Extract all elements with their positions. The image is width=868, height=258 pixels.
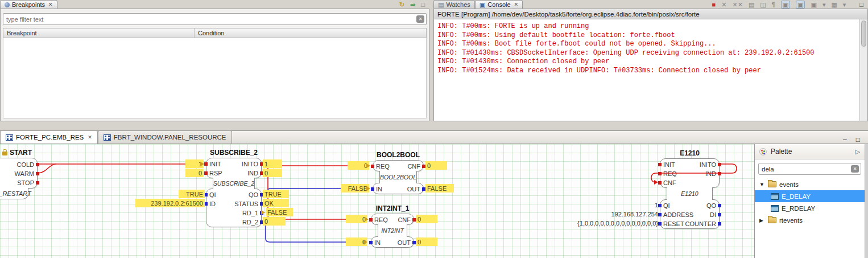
palette-group-rtevents[interactable]: ▶ rtevents [755,214,865,226]
data-pin[interactable] [658,204,662,207]
data-pin[interactable] [718,213,721,216]
skip-all-breakpoints-icon[interactable]: ↻ [399,1,404,8]
console-line: INFO: T#00ms: FORTE is up and running [437,22,859,31]
palette-item-e-rdelay[interactable]: E_RDELAY [755,202,865,214]
data-pin[interactable] [718,204,721,207]
event-pin[interactable] [204,162,208,166]
tab-fbrt-window-panel-resource[interactable]: FBRT_WINDOW.PANEL_RESOURCE [98,130,232,144]
pin-console-icon[interactable]: ▣ [811,1,816,8]
watch-value[interactable]: 0 [263,217,286,226]
close-icon[interactable]: ✕ [88,134,92,140]
palette-item-e-delay[interactable]: E_DELAY [755,190,865,202]
console-output[interactable]: INFO: T#00ms: FORTE is up and running IN… [434,19,859,121]
event-pin[interactable] [371,165,374,168]
filter-input[interactable] [3,13,427,25]
column-condition[interactable]: Condition [195,30,224,36]
data-pin[interactable] [371,187,374,191]
watch-value[interactable]: TRUE [179,190,205,198]
event-pin[interactable] [204,171,208,175]
display-console-icon[interactable]: ▾ [822,1,826,8]
console-panel: ▤ Watches ▣ Console ✕ ■ ✕ ✕✕ ▤ ◫ ¶ ▣ ▣ ▣… [433,0,868,121]
scroll-lock-icon[interactable]: ◫ [760,1,766,8]
remove-all-launches-icon[interactable]: ✕✕ [732,1,742,8]
watch-value[interactable]: 0 [263,169,282,177]
event-pin[interactable] [36,181,39,185]
event-pin[interactable] [658,172,662,175]
event-pin[interactable] [36,163,39,166]
watch-value[interactable]: FALSE [341,184,369,193]
column-breakpoint[interactable]: Breakpoint [3,28,195,38]
pin-address: ADDRESS [663,211,693,218]
folder-icon [768,181,776,187]
event-pin[interactable] [658,181,662,185]
tab-watches[interactable]: ▤ Watches [433,0,475,9]
watch-value[interactable]: OK [263,199,289,207]
watch-value[interactable]: 239.192.0.2:61500 [135,199,205,207]
watch-value[interactable]: 0 [416,237,437,246]
editor-scrollbar[interactable] [865,144,868,258]
watch-value[interactable]: FALSE [266,208,293,216]
palette-header[interactable]: Palette ▷ [755,144,865,159]
editor-tabbar: FORTE_PC.EMB_RES ✕ FBRT_WINDOW.PANEL_RES… [0,131,868,144]
param-value: 1 [624,201,658,209]
fb-start[interactable]: START COLD WARM STOP E_RESTART [0,149,38,189]
tab-console-label: Console [487,1,510,8]
remove-launch-icon[interactable]: ✕ [721,1,726,8]
maximize-icon[interactable]: □ [859,1,863,8]
console-line: INFO: T#00ms: Boot file forte.fboot coul… [437,40,859,49]
chevron-right-icon[interactable]: ▶ [759,218,765,223]
event-pin[interactable] [369,218,373,222]
maximize-icon[interactable]: □ [421,1,425,8]
watch-value[interactable]: 0 [185,169,204,177]
event-pin[interactable] [36,172,39,175]
terminate-icon[interactable]: ■ [712,1,716,8]
minimize-icon[interactable]: – [843,136,847,144]
watch-value[interactable]: 1 [263,159,282,168]
close-icon[interactable]: ✕ [514,2,519,7]
scrollbar-thumb[interactable] [861,21,866,47]
word-wrap-icon[interactable]: ¶ [772,1,775,8]
close-icon[interactable]: ✕ [48,2,53,7]
palette-group-events[interactable]: ▼ events [755,178,865,190]
watch-value[interactable]: FALSE [425,184,454,193]
data-pin[interactable] [658,213,662,216]
maximize-icon[interactable]: □ [856,136,860,144]
chevron-down-icon[interactable]: ▼ [759,182,765,187]
data-pin[interactable] [718,222,721,226]
palette-search-input[interactable] [758,163,861,175]
fb-subscribe2[interactable]: SUBSCRIBE_2 INITINITO RSPIND QIQO IDSTAT… [206,149,262,227]
open-console-dropdown-icon[interactable]: ▾ [843,1,846,8]
data-pin[interactable] [369,241,373,244]
fb-int2int1[interactable]: INT2INT_1 REQCNF INOUT INT2INT [371,204,414,248]
import-breakpoints-icon[interactable]: ⇒ [410,1,415,8]
console-scrollbar[interactable] [859,19,867,121]
event-pin[interactable] [718,172,721,175]
watch-value[interactable]: 0 [416,215,437,223]
watches-icon: ▤ [438,1,444,8]
tab-forte-pc-emb-res[interactable]: FORTE_PC.EMB_RES ✕ [0,130,98,144]
tab-breakpoints[interactable]: Breakpoints ✕ [0,0,57,9]
console-icon: ▣ [480,1,485,8]
watch-value[interactable]: 0 [425,161,447,170]
pin-in: IN [374,239,381,246]
pin-req: REQ [376,163,390,170]
clear-search-icon[interactable]: ✕ [851,165,859,173]
clear-filter-icon[interactable]: ✕ [416,15,424,23]
show-stderr-icon[interactable]: ▣ [796,1,805,9]
fb-network-canvas[interactable]: START COLD WARM STOP E_RESTART SUBSCRIBE… [0,144,754,258]
data-pin[interactable] [658,222,662,226]
breakpoints-table-body[interactable] [3,38,427,118]
clear-console-icon[interactable]: ▤ [749,1,754,8]
open-console-icon[interactable]: ▦ [831,1,837,8]
pin-counter: COUNTER [685,220,716,227]
tab-console[interactable]: ▣ Console ✕ [475,0,523,9]
pin-req: REQ [663,170,677,177]
show-stdout-icon[interactable]: ▣ [781,1,790,9]
group-label: rtevents [779,217,803,224]
fb-bool2bool[interactable]: BOOL2BOOL REQCNF INOUT BOOL2BOOL [373,151,424,194]
event-pin[interactable] [658,163,662,166]
fb-e1210[interactable]: E1210 INITINITO REQIND CNF QIQO ADDRESSD… [660,149,720,229]
event-pin[interactable] [718,163,721,166]
watch-value[interactable]: TRUE [263,190,289,198]
collapse-palette-icon[interactable]: ▷ [855,148,860,155]
